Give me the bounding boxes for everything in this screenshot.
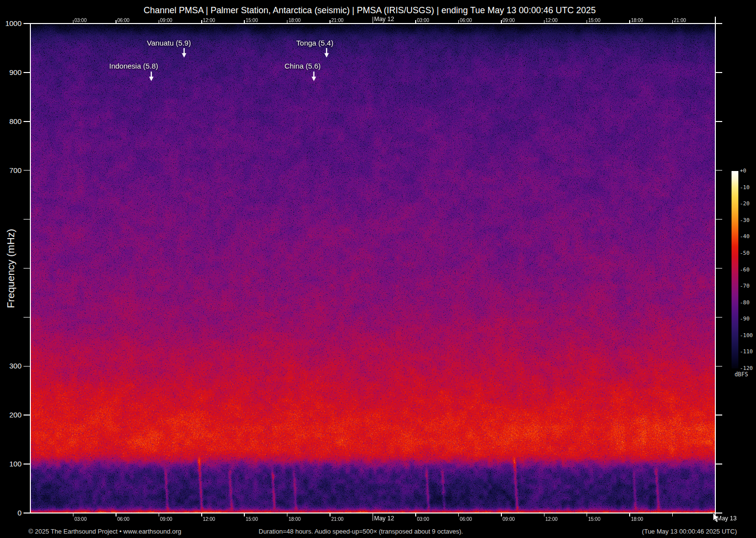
x-tick-label: 06:00 xyxy=(460,18,472,23)
colorbar xyxy=(732,171,738,368)
x-tick-label: 09:00 xyxy=(502,516,515,522)
earthsound-spectrogram-page: Channel PMSA | Palmer Station, Antarctic… xyxy=(0,0,756,538)
y-tick xyxy=(24,366,30,367)
y-tick xyxy=(715,219,722,220)
x-tick-label: 06:00 xyxy=(117,18,129,23)
x-tick xyxy=(544,513,545,516)
y-tick xyxy=(24,268,30,269)
y-tick xyxy=(715,317,722,318)
x-tick xyxy=(672,20,673,24)
x-tick-label: May 12 xyxy=(374,515,394,522)
y-tick xyxy=(715,464,722,465)
y-tick xyxy=(24,317,30,318)
x-tick-label: 15:00 xyxy=(246,18,258,23)
x-tick-label: 09:00 xyxy=(502,18,515,23)
x-tick xyxy=(159,513,160,516)
x-tick-label: 03:00 xyxy=(74,18,87,23)
x-tick xyxy=(415,513,416,516)
colorbar-tick-label: -70 xyxy=(740,283,750,290)
x-tick xyxy=(244,20,245,24)
x-tick-label: 03:00 xyxy=(74,516,87,522)
x-tick xyxy=(73,20,74,24)
x-tick-label: 12:00 xyxy=(203,516,215,522)
x-tick-label: 21:00 xyxy=(331,18,344,23)
colorbar-tick-label: -100 xyxy=(740,332,753,339)
x-tick xyxy=(458,513,459,516)
x-tick xyxy=(587,513,588,516)
x-tick xyxy=(415,20,416,24)
y-tick xyxy=(24,219,30,220)
x-tick xyxy=(159,20,160,24)
x-tick-label: 18:00 xyxy=(631,516,643,522)
y-tick xyxy=(715,268,722,269)
x-tick-label: 03:00 xyxy=(417,18,429,23)
x-tick-label: 12:00 xyxy=(545,516,558,522)
x-tick-label: 15:00 xyxy=(588,516,600,522)
colorbar-tick-label: -50 xyxy=(740,250,750,257)
colorbar-tick-label: -80 xyxy=(740,299,750,306)
down-arrow-icon xyxy=(181,48,188,58)
colorbar-tick-label: -60 xyxy=(740,267,750,273)
spectrogram-canvas xyxy=(30,24,715,513)
y-tick xyxy=(24,121,30,122)
spectrogram-plot xyxy=(30,24,715,513)
x-tick-label: 06:00 xyxy=(460,516,472,522)
x-tick xyxy=(330,20,331,24)
x-tick-label: 21:00 xyxy=(331,516,344,522)
x-tick xyxy=(330,513,331,516)
y-tick xyxy=(24,23,30,24)
x-tick-label: 18:00 xyxy=(631,18,643,23)
y-tick xyxy=(715,72,722,73)
annotation-label: Vanuatu (5.9) xyxy=(147,39,191,47)
x-tick xyxy=(501,20,502,24)
mouse-cursor-icon xyxy=(712,513,720,523)
x-tick xyxy=(629,513,630,516)
annotation-label: Indonesia (5.8) xyxy=(109,62,158,70)
x-tick xyxy=(287,20,288,24)
x-tick xyxy=(373,17,374,24)
x-tick xyxy=(715,17,716,24)
colorbar-tick-label: -10 xyxy=(740,184,750,191)
x-tick-label: 21:00 xyxy=(674,18,686,23)
colorbar-tick-label: +0 xyxy=(740,168,746,174)
x-tick xyxy=(544,20,545,24)
y-tick xyxy=(24,72,30,73)
colorbar-tick-label: -20 xyxy=(740,200,750,207)
x-tick xyxy=(116,20,117,24)
down-arrow-icon xyxy=(310,72,317,81)
colorbar-unit-label: dBFS xyxy=(731,371,752,378)
x-tick-label: 03:00 xyxy=(417,516,429,522)
x-tick-label: 09:00 xyxy=(160,516,172,522)
x-tick-label: May 12 xyxy=(374,16,394,23)
x-tick-label: 18:00 xyxy=(288,516,301,522)
y-tick xyxy=(715,415,722,416)
y-tick xyxy=(715,170,722,171)
colorbar-tick-label: -90 xyxy=(740,316,750,322)
frequency-axis-label-wrap: Frequency (mHz) xyxy=(0,24,22,513)
y-tick xyxy=(24,415,30,416)
frequency-axis-label: Frequency (mHz) xyxy=(5,228,17,308)
page-title: Channel PMSA | Palmer Station, Antarctic… xyxy=(0,5,739,16)
x-tick xyxy=(672,513,673,516)
y-tick xyxy=(24,513,30,514)
annotation-label: China (5.6) xyxy=(284,62,321,70)
x-tick-label: 15:00 xyxy=(246,516,258,522)
x-tick-label: 15:00 xyxy=(588,18,600,23)
x-tick xyxy=(287,513,288,516)
y-tick xyxy=(24,170,30,171)
x-tick xyxy=(201,513,202,516)
x-tick xyxy=(73,513,74,516)
x-tick xyxy=(244,513,245,516)
x-tick xyxy=(501,513,502,516)
colorbar-tick-label: -110 xyxy=(740,348,753,355)
y-tick xyxy=(24,464,30,465)
x-tick xyxy=(116,513,117,516)
down-arrow-icon xyxy=(323,48,330,58)
annotation-label: Tonga (5.4) xyxy=(296,39,333,47)
y-tick xyxy=(715,23,722,24)
y-tick xyxy=(715,121,722,122)
x-tick-label: 09:00 xyxy=(160,18,172,23)
x-tick xyxy=(201,20,202,24)
x-tick-label: 18:00 xyxy=(288,18,301,23)
x-tick-label: 12:00 xyxy=(545,18,558,23)
